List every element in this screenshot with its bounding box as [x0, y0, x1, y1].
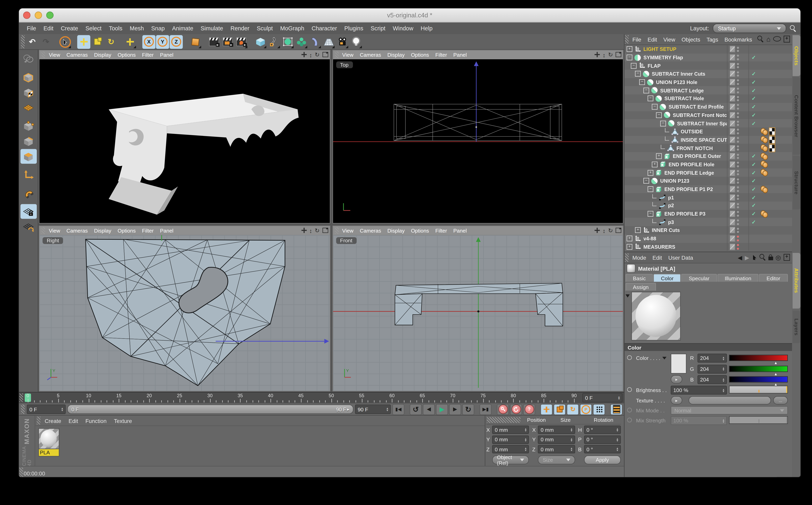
- menu-item-display[interactable]: Display: [91, 52, 114, 58]
- texture-field[interactable]: [689, 396, 771, 404]
- menu-item-filter[interactable]: Filter: [139, 228, 157, 233]
- expand-toggle[interactable]: +: [635, 227, 641, 233]
- enable-check[interactable]: ✓: [748, 86, 759, 95]
- position-mode-select[interactable]: Object (Rel): [492, 456, 529, 465]
- menu-item-cameras[interactable]: Cameras: [63, 52, 91, 58]
- menu-item-view[interactable]: View: [46, 228, 63, 233]
- keyframe-parameter-button[interactable]: P: [580, 404, 592, 415]
- deformer-button[interactable]: [308, 35, 322, 48]
- menu-item-texture[interactable]: Texture: [110, 417, 136, 424]
- enable-check[interactable]: ✓: [748, 119, 759, 127]
- add-panel-icon[interactable]: [784, 35, 790, 43]
- keyframe-position-button[interactable]: [541, 404, 553, 415]
- object-name[interactable]: SUBTRACT Ledge: [660, 88, 727, 93]
- menu-item-script[interactable]: Script: [367, 25, 389, 31]
- expand-toggle[interactable]: −: [639, 79, 645, 85]
- visibility-dots[interactable]: [737, 88, 739, 93]
- object-row[interactable]: p1✓: [624, 193, 792, 201]
- menu-item-mode[interactable]: Mode: [629, 255, 649, 261]
- zoom-icon[interactable]: ↕: [309, 52, 312, 58]
- layer-swatch[interactable]: [729, 128, 735, 135]
- render-settings-button[interactable]: ▶: [235, 35, 248, 48]
- dock-tab-layers[interactable]: Layers: [793, 311, 800, 343]
- layer-swatch[interactable]: [729, 104, 735, 110]
- collapse-icon[interactable]: [625, 295, 630, 298]
- object-name[interactable]: p2: [668, 203, 727, 209]
- coord-size-y-field[interactable]: 0 mm▴▾: [538, 435, 575, 444]
- layout-select[interactable]: Startup: [713, 24, 786, 33]
- range-end-field[interactable]: 90 F▴▾: [355, 404, 391, 414]
- eye-icon[interactable]: [773, 36, 781, 42]
- object-name[interactable]: SUBTRACT End Profile: [669, 104, 727, 110]
- layer-swatch[interactable]: [729, 54, 735, 61]
- play-reverse-button[interactable]: ↺: [410, 404, 422, 415]
- layer-swatch[interactable]: [729, 177, 735, 184]
- object-row[interactable]: p2✓: [624, 202, 792, 210]
- step-back-button[interactable]: ◀: [423, 404, 435, 415]
- coord-rotation-p-field[interactable]: 0 °▴▾: [584, 435, 621, 444]
- menu-item-edit[interactable]: Edit: [40, 25, 57, 31]
- visibility-dots[interactable]: [737, 121, 739, 126]
- visibility-dots[interactable]: [737, 236, 739, 241]
- menu-item-options[interactable]: Options: [408, 52, 432, 58]
- object-name[interactable]: END PROFILE Ledge: [664, 170, 727, 176]
- enable-check[interactable]: ✓: [748, 78, 759, 86]
- layer-swatch[interactable]: [729, 194, 735, 201]
- make-preview-button[interactable]: [610, 404, 622, 415]
- live-selection-button[interactable]: [59, 35, 72, 48]
- object-row[interactable]: −UNION P123 Hole✓: [624, 78, 792, 86]
- pan-icon[interactable]: [595, 227, 600, 234]
- phong-tag-icon[interactable]: [761, 185, 768, 193]
- expand-toggle[interactable]: +: [648, 170, 653, 176]
- object-name[interactable]: END PROFILE Outer: [673, 153, 727, 159]
- expand-toggle[interactable]: −: [648, 186, 653, 192]
- enable-check[interactable]: ✓: [748, 202, 759, 210]
- object-row[interactable]: −SUBTRACT End Profile✓: [624, 103, 792, 111]
- goto-end-button[interactable]: ▶▮: [479, 404, 491, 415]
- move-button[interactable]: [77, 35, 90, 48]
- layer-swatch[interactable]: [729, 235, 735, 242]
- object-name[interactable]: p3: [668, 219, 727, 225]
- menu-item-animate[interactable]: Animate: [168, 25, 197, 31]
- object-row[interactable]: −END PROFILE P1 P2✓: [624, 185, 792, 193]
- menu-item-create[interactable]: Create: [57, 25, 82, 31]
- size-mode-select[interactable]: Size: [538, 456, 575, 465]
- search-icon[interactable]: [790, 25, 796, 31]
- b-slider[interactable]: ▲: [729, 376, 788, 383]
- enable-check[interactable]: ✓: [748, 169, 759, 177]
- object-name[interactable]: v4-88: [644, 236, 727, 241]
- layer-swatch[interactable]: [729, 227, 735, 234]
- menu-item-view[interactable]: View: [339, 52, 357, 58]
- expand-toggle[interactable]: +: [626, 46, 632, 52]
- add-panel-icon[interactable]: [784, 254, 790, 262]
- panel-grip[interactable]: [335, 227, 338, 234]
- object-row[interactable]: −SUBTRACT Inner Space✓: [624, 119, 792, 127]
- brightness-slider[interactable]: [729, 386, 788, 393]
- expand-toggle[interactable]: −: [648, 96, 653, 102]
- make-editable-button[interactable]: [20, 51, 36, 66]
- layer-swatch[interactable]: [729, 153, 735, 160]
- viewport-perspective-canvas[interactable]: [39, 59, 330, 223]
- lock-x-button[interactable]: X: [142, 35, 155, 48]
- panel-grip[interactable]: [335, 51, 338, 58]
- visibility-dots[interactable]: [737, 227, 739, 233]
- menu-item-sculpt[interactable]: Sculpt: [253, 25, 276, 31]
- panel-grip[interactable]: [625, 254, 628, 262]
- rotate-icon[interactable]: ↻: [608, 227, 613, 234]
- viewport-front[interactable]: ViewCamerasDisplayOptionsFilterPanel ↕↻ …: [332, 225, 623, 391]
- texture-browse-button[interactable]: ...: [773, 396, 788, 404]
- object-row[interactable]: FRONT NOTCH: [624, 144, 792, 152]
- phong-tag-icon[interactable]: [761, 161, 768, 168]
- redo-button[interactable]: ↷: [39, 35, 52, 48]
- menu-item-options[interactable]: Options: [114, 52, 139, 58]
- search-icon[interactable]: [759, 254, 766, 261]
- viewport-perspective[interactable]: ViewCamerasDisplayOptionsFilterPanel ↕↻: [39, 50, 330, 223]
- edge-mode-button[interactable]: [20, 134, 36, 149]
- menu-item-mesh[interactable]: Mesh: [126, 25, 148, 31]
- phong-tag-icon[interactable]: [761, 153, 768, 160]
- coord-size-z-field[interactable]: 0 mm▴▾: [538, 445, 575, 453]
- scale-button[interactable]: [91, 35, 104, 48]
- visibility-dots[interactable]: [737, 137, 739, 143]
- panel-grip[interactable]: [37, 416, 40, 425]
- layer-swatch[interactable]: [729, 202, 735, 209]
